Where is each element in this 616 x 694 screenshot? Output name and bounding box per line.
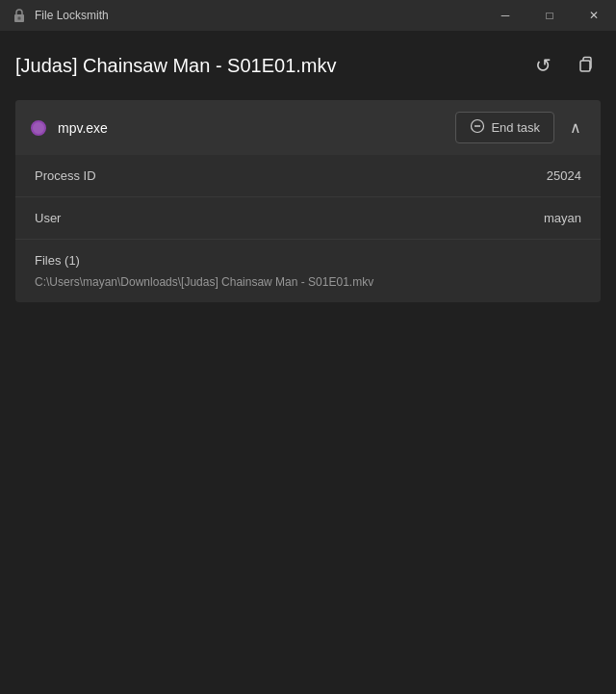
content-area: [Judas] Chainsaw Man - S01E01.mkv ↺ — [0, 31, 616, 694]
collapse-button[interactable]: ∧ — [566, 115, 585, 141]
user-label: User — [35, 211, 61, 225]
titlebar: File Locksmith ─ □ ✕ — [0, 0, 616, 31]
end-task-icon — [470, 118, 485, 137]
file-title-row: [Judas] Chainsaw Man - S01E01.mkv ↺ — [15, 50, 601, 81]
end-task-button[interactable]: End task — [455, 112, 554, 143]
svg-rect-2 — [580, 61, 590, 71]
chevron-up-icon: ∧ — [570, 118, 581, 137]
app-icon — [12, 8, 27, 23]
process-id-row: Process ID 25024 — [15, 155, 601, 197]
detail-rows: Process ID 25024 User mayan Files (1) C:… — [15, 155, 601, 302]
process-id-value: 25024 — [547, 168, 581, 183]
titlebar-controls: ─ □ ✕ — [483, 0, 616, 31]
maximize-button[interactable]: □ — [527, 0, 572, 31]
process-name: mpv.exe — [58, 120, 444, 136]
close-button[interactable]: ✕ — [572, 0, 616, 31]
process-header: mpv.exe End task ∧ — [15, 100, 601, 155]
file-title-text: [Judas] Chainsaw Man - S01E01.mkv — [15, 55, 337, 77]
copy-icon — [576, 54, 595, 78]
process-panel: mpv.exe End task ∧ Proc — [15, 100, 601, 302]
user-row: User mayan — [15, 197, 601, 240]
user-value: mayan — [544, 211, 581, 225]
file-title-actions: ↺ — [527, 50, 601, 81]
files-row: Files (1) C:\Users\mayan\Downloads\[Juda… — [15, 240, 601, 302]
files-label: Files (1) — [35, 253, 80, 268]
end-task-label: End task — [491, 120, 540, 135]
titlebar-left: File Locksmith — [12, 8, 109, 23]
app-window: File Locksmith ─ □ ✕ [Judas] Chainsaw Ma… — [0, 0, 616, 694]
minimize-button[interactable]: ─ — [483, 0, 527, 31]
refresh-icon: ↺ — [535, 54, 552, 77]
file-path: C:\Users\mayan\Downloads\[Judas] Chainsa… — [35, 275, 373, 289]
svg-rect-1 — [18, 17, 21, 20]
process-status-icon — [31, 120, 46, 136]
titlebar-title: File Locksmith — [35, 9, 109, 22]
copy-button[interactable] — [570, 50, 601, 81]
refresh-button[interactable]: ↺ — [527, 50, 558, 81]
process-id-label: Process ID — [35, 168, 96, 183]
